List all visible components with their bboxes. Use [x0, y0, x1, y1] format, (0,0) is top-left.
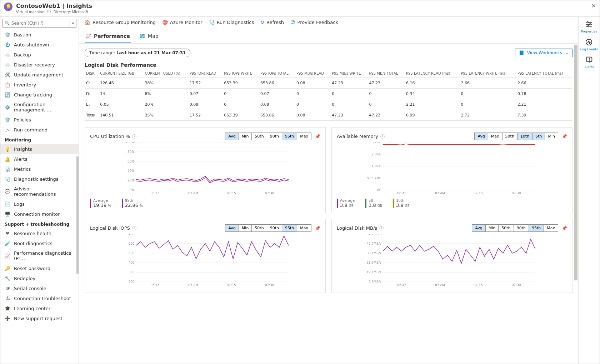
info-icon[interactable]: i — [132, 226, 136, 230]
sidebar-item[interactable]: ⚙️Configuration management … — [0, 100, 79, 115]
seg-50th[interactable]: 50th — [499, 225, 514, 231]
pin-icon[interactable]: 📌 — [562, 226, 567, 231]
nav-label: Reset password — [14, 266, 50, 271]
info-icon[interactable]: i — [132, 134, 136, 139]
toolbar-item[interactable]: 🏠Resource Group Monitoring — [85, 20, 156, 25]
svg-text:400: 400 — [129, 261, 135, 264]
sidebar-item[interactable]: 🖥️Connection monitor — [0, 209, 79, 219]
sidebar-item[interactable]: ☁️Backup — [0, 50, 79, 60]
svg-text:40%: 40% — [128, 169, 135, 173]
table-cell: 0 — [368, 89, 405, 99]
pin-icon[interactable]: 📌 — [315, 226, 320, 231]
seg-max[interactable]: Max — [544, 225, 558, 231]
sidebar-nav: 🛡️Bastion⏻Auto-shutdown☁️Backup☁️Disaste… — [0, 30, 79, 364]
view-workbooks-button[interactable]: 📘 View Workbooks ⌄ — [515, 49, 572, 57]
sidebar-item[interactable]: 🖳Serial console — [0, 283, 79, 293]
toolbar-item[interactable]: ☺Provide Feedback — [290, 20, 338, 25]
sidebar-item[interactable]: 🔧Redeploy — [0, 273, 79, 283]
table-row: C:126.4638%17.52653.39653.860.0847.2347.… — [85, 78, 572, 89]
nav-icon: ☁️ — [5, 62, 10, 68]
toolbar-item[interactable]: 🩺Run Diagnostics — [209, 20, 254, 25]
table-cell: 0 — [295, 89, 330, 99]
seg-min[interactable]: Min — [486, 225, 499, 231]
rail-log-events[interactable]: Log Events — [580, 38, 598, 51]
sidebar-item[interactable]: 🧪Boot diagnostics — [0, 238, 79, 248]
seg-avg[interactable]: Avg — [475, 133, 488, 140]
info-icon[interactable]: i — [380, 134, 385, 139]
sidebar-item[interactable]: 📊Metrics — [0, 164, 79, 174]
toolbar-label: Refresh — [266, 20, 284, 25]
legend-item: 5th3.8 GB — [365, 199, 382, 208]
nav-icon: 🖥️ — [5, 211, 10, 217]
chart-plot: 0B953.7MB1.9GB2.8GB3.7GB 06:4507 AM07:15… — [337, 142, 567, 196]
table-cell: 7.39 — [516, 110, 572, 121]
toolbar-item[interactable]: 🎯Azure Monitor — [162, 20, 202, 25]
seg-50th[interactable]: 50th — [252, 225, 267, 231]
seg-max[interactable]: Max — [488, 133, 502, 140]
sidebar-item[interactable]: ▷Run command — [0, 125, 79, 135]
seg-max[interactable]: Max — [297, 133, 311, 140]
sidebar-item[interactable]: 📈Performance diagnostics (Pr… — [0, 248, 79, 263]
seg-avg[interactable]: Avg — [225, 225, 239, 231]
seg-90th[interactable]: 90th — [267, 225, 282, 231]
sidebar-item[interactable]: 💡Insights — [0, 144, 79, 154]
chart-legend: Average3.8 GB5th3.8 GB10th3.8 GB — [337, 199, 567, 208]
command-bar: 🏠Resource Group Monitoring🎯Azure Monitor… — [79, 17, 578, 28]
sidebar-item[interactable]: ⏻Auto-shutdown — [0, 40, 79, 50]
seg-95th[interactable]: 95th — [282, 133, 297, 140]
nav-icon: 🧪 — [5, 240, 10, 246]
sidebar-item[interactable]: ☁️Disaster recovery — [0, 60, 79, 70]
close-icon[interactable]: ✕ — [591, 3, 596, 9]
sidebar-item[interactable]: 💬Advisor recommendations — [0, 184, 79, 199]
nav-label: Auto-shutdown — [14, 42, 49, 48]
seg-90th[interactable]: 90th — [514, 225, 529, 231]
nav-icon: 📋 — [5, 82, 10, 88]
sidebar-item[interactable]: 📋Inventory — [0, 80, 79, 90]
seg-min[interactable]: Min — [545, 133, 558, 140]
rail-alerts[interactable]: Alerts — [584, 56, 594, 69]
nav-label: Disaster recovery — [14, 62, 55, 68]
sidebar-item[interactable]: 🛠️Update management — [0, 70, 79, 80]
nav-icon: ☁️ — [5, 52, 10, 58]
collapse-sidebar-button[interactable]: « — [70, 19, 76, 28]
sidebar-item[interactable]: 🔑Reset password — [0, 263, 79, 273]
seg-90th[interactable]: 90th — [267, 133, 282, 140]
svg-text:57.2MB/s: 57.2MB/s — [366, 234, 381, 236]
tab-map[interactable]: 🗺️ Map — [139, 31, 159, 43]
seg-avg[interactable]: Avg — [225, 133, 239, 140]
sidebar-item[interactable]: 🩺Diagnostic settings — [0, 174, 79, 184]
time-range-pill[interactable]: Time range: Last hour as of 21 Mar 07:31 — [85, 49, 190, 57]
view-tabs: 📈 Performance 🗺️ Map — [79, 28, 578, 44]
pin-icon[interactable]: 📌 — [315, 134, 320, 139]
seg-95th[interactable]: 95th — [529, 225, 544, 231]
sidebar-item[interactable]: 📄Logs — [0, 199, 79, 209]
nav-label: Serial console — [14, 286, 46, 291]
content-scrollbar[interactable] — [573, 17, 578, 364]
rail-properties[interactable]: Properties — [581, 20, 597, 33]
seg-10th[interactable]: 10th — [518, 133, 532, 140]
seg-min[interactable]: Min — [239, 133, 252, 140]
seg-50th[interactable]: 50th — [502, 133, 518, 140]
toolbar-item[interactable]: ↻Refresh — [260, 20, 284, 25]
seg-min[interactable]: Min — [239, 225, 252, 231]
sidebar-item[interactable]: 🛡️Bastion — [0, 30, 79, 40]
table-cell: 6.16 — [405, 78, 459, 89]
sidebar-item[interactable]: 🔄Change tracking — [0, 90, 79, 100]
seg-5th[interactable]: 5th — [532, 133, 545, 140]
info-icon[interactable]: i — [379, 226, 384, 230]
seg-95th[interactable]: 95th — [282, 225, 297, 231]
table-cell: 2.72 — [459, 110, 516, 121]
sidebar-item[interactable]: 🔔Alerts — [0, 154, 79, 164]
sidebar-item[interactable]: ❤Resource health — [0, 228, 79, 238]
sidebar-item[interactable]: 🛡️Policies — [0, 115, 79, 125]
seg-avg[interactable]: Avg — [472, 225, 485, 231]
sidebar-item[interactable]: ➕New support request — [0, 313, 79, 323]
search-input[interactable] — [2, 19, 70, 28]
sidebar-item[interactable]: 🖧Connection troubleshoot — [0, 293, 79, 303]
table-cell: 47.23 — [368, 110, 405, 121]
seg-50th[interactable]: 50th — [252, 133, 267, 140]
seg-max[interactable]: Max — [297, 225, 311, 231]
tab-performance[interactable]: 📈 Performance — [85, 31, 131, 43]
sidebar-item[interactable]: 🎓Learning center — [0, 303, 79, 313]
pin-icon[interactable]: 📌 — [562, 134, 567, 139]
